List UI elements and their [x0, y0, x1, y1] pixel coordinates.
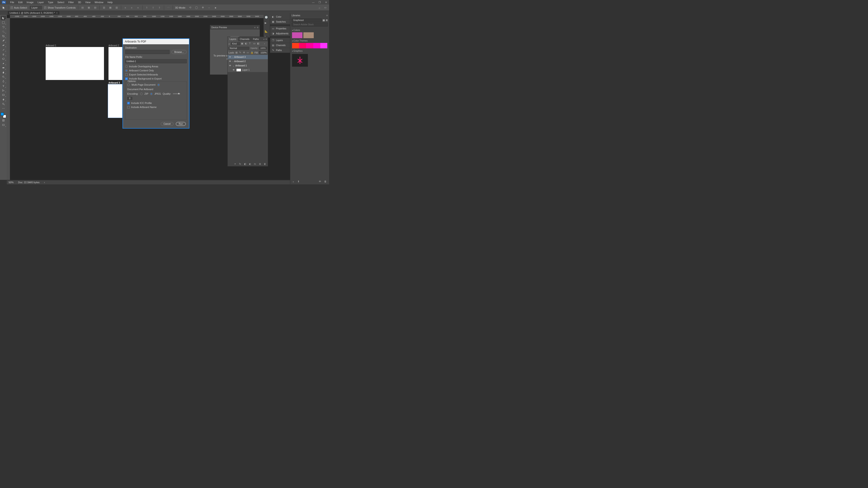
library-search-input[interactable]	[291, 23, 328, 26]
visibility-icon[interactable]: 👁	[228, 56, 232, 58]
menu-3d[interactable]: 3D	[76, 1, 83, 4]
close-document-icon[interactable]: ×	[56, 12, 58, 14]
adjustment-layer-icon[interactable]: ◐	[248, 162, 252, 165]
brushes-panel-icon[interactable]: 📐	[265, 30, 269, 33]
3d-slide-icon[interactable]: ↔	[207, 6, 211, 10]
add-to-library-icon[interactable]: ＋	[292, 180, 295, 183]
status-chevron-icon[interactable]: ›	[44, 181, 45, 184]
panel-menu-icon[interactable]: ≡	[266, 38, 267, 40]
filter-smart-icon[interactable]: ◧	[257, 42, 260, 45]
brush-tool[interactable]	[1, 47, 6, 52]
section-color-themes[interactable]: Color Themes	[290, 38, 329, 43]
close-window-button[interactable]: ✕	[323, 0, 329, 4]
menu-layer[interactable]: Layer	[35, 1, 46, 4]
document-info[interactable]: Doc: 22.5M/0 bytes	[18, 181, 39, 184]
filter-adjust-icon[interactable]: ◐	[245, 42, 248, 45]
visibility-icon[interactable]: 👁	[232, 69, 235, 71]
delete-layer-icon[interactable]: 🗑	[264, 162, 267, 165]
filter-shape-icon[interactable]: ▭	[253, 42, 256, 45]
filter-search-icon[interactable]: ⌕	[228, 42, 230, 45]
artboard-1[interactable]	[46, 47, 104, 80]
marquee-tool[interactable]	[1, 20, 6, 25]
distribute-vcenter-icon[interactable]: ≡	[130, 6, 134, 10]
sync-icon[interactable]: 👁	[319, 180, 322, 183]
collapse-panel-icon[interactable]: »	[254, 26, 255, 29]
type-tool[interactable]: T	[1, 84, 6, 88]
lock-artboard-icon[interactable]: ▭	[247, 51, 250, 54]
gradient-tool[interactable]	[1, 66, 6, 70]
menu-window[interactable]: Window	[92, 1, 105, 4]
align-left-edges-icon[interactable]: ▥	[102, 6, 106, 10]
distribute-top-icon[interactable]: ≡	[123, 6, 127, 10]
edit-toolbar[interactable]: ⋯	[1, 106, 6, 110]
prefix-input[interactable]	[125, 59, 187, 63]
visibility-icon[interactable]: 👁	[228, 60, 232, 63]
quality-slider[interactable]	[173, 93, 180, 94]
align-top-edges-icon[interactable]: ▤	[81, 6, 85, 10]
tab-channels[interactable]: Channels	[238, 37, 251, 41]
browse-button[interactable]: Browse...	[171, 50, 187, 54]
document-tab[interactable]: Untitled-1 @ 50% (Artboard 3, RGB/8#) * …	[8, 11, 59, 15]
run-button[interactable]: Run	[176, 122, 186, 126]
panel-btn-channels[interactable]: ▤Channels	[270, 43, 290, 48]
dialog-titlebar[interactable]: Artboards To PDF	[123, 39, 189, 44]
artboard-1-label[interactable]: Artboard 1	[46, 44, 56, 47]
filter-pixel-icon[interactable]: ▣	[241, 42, 244, 45]
per-artboard-radio[interactable]	[157, 84, 160, 86]
pen-tool[interactable]	[1, 79, 6, 84]
panel-btn-paths[interactable]: ✎Paths	[270, 48, 290, 53]
lasso-tool[interactable]	[1, 25, 6, 29]
fx-icon[interactable]: fx	[239, 162, 242, 165]
lock-brush-icon[interactable]: ✎	[239, 51, 242, 54]
distribute-left-icon[interactable]: ⦀	[145, 6, 149, 10]
lock-transparent-icon[interactable]: ▦	[235, 51, 238, 54]
tab-layers[interactable]: Layers	[228, 37, 238, 41]
search-icon[interactable]: ⌕	[317, 6, 321, 10]
align-right-edges-icon[interactable]: ▥	[115, 6, 119, 10]
group-icon[interactable]: 🗀	[253, 162, 256, 165]
eraser-tool[interactable]	[1, 61, 6, 65]
grid-view-icon[interactable]: ▦	[322, 19, 325, 22]
maximize-button[interactable]: ❐	[316, 0, 323, 4]
layer-layer-1[interactable]: 👁 Layer 1	[228, 68, 268, 72]
quick-mask-icon[interactable]	[1, 118, 6, 123]
menu-select[interactable]: Select	[55, 1, 66, 4]
panel-btn-color[interactable]: ◐Color	[270, 14, 290, 20]
filter-kind-dropdown[interactable]: Kind	[231, 42, 240, 45]
tab-libraries[interactable]: Libraries	[291, 14, 300, 17]
align-bottom-edges-icon[interactable]: ▤	[93, 6, 97, 10]
layer-artboard-1[interactable]: 👁 ⌄ Artboard 1	[228, 64, 268, 68]
menu-filter[interactable]: Filter	[66, 1, 76, 4]
3d-roll-icon[interactable]: ◯	[194, 6, 198, 10]
destination-input[interactable]	[125, 50, 169, 54]
foreground-color-swatch[interactable]	[1, 112, 4, 116]
section-graphics[interactable]: Graphics	[290, 48, 329, 53]
mask-icon[interactable]: ◧	[243, 162, 247, 165]
upload-library-icon[interactable]: ⬆	[298, 180, 301, 183]
include-bg-checkbox[interactable]: Include Background in Export	[125, 77, 187, 80]
menu-file[interactable]: File	[8, 1, 16, 4]
quick-select-tool[interactable]	[1, 29, 6, 34]
library-color-swatch[interactable]	[292, 32, 303, 38]
menu-type[interactable]: Type	[46, 1, 55, 4]
opacity-value[interactable]: 100%	[259, 47, 267, 50]
layer-artboard-2[interactable]: 👁 › Artboard 2	[228, 59, 268, 64]
filter-type-icon[interactable]: T	[249, 42, 252, 45]
device-preview-tab[interactable]: Device Preview	[211, 26, 227, 29]
section-colors[interactable]: Colors	[290, 28, 329, 32]
library-color-theme[interactable]	[290, 43, 329, 48]
hand-tool[interactable]	[1, 97, 6, 101]
overlap-radio[interactable]: Include Overlapping Areas	[125, 65, 187, 68]
twist-icon[interactable]: ⌄	[232, 65, 235, 67]
healing-brush-tool[interactable]	[1, 43, 6, 47]
icc-checkbox[interactable]: Include ICC Profile	[127, 102, 185, 104]
clone-stamp-tool[interactable]	[1, 52, 6, 56]
lock-all-icon[interactable]: 🔒	[250, 51, 254, 54]
zoom-level[interactable]: 50%	[8, 181, 13, 184]
panel-btn-swatches[interactable]: ▦Swatches	[270, 20, 290, 24]
panel-btn-layers[interactable]: ❐Layers	[270, 38, 290, 43]
align-horizontal-centers-icon[interactable]: ▦	[108, 6, 112, 10]
artboard-3-label[interactable]: Artboard 3	[108, 82, 120, 84]
auto-select-target-dropdown[interactable]: Layer	[30, 6, 42, 9]
visibility-icon[interactable]: 👁	[228, 64, 232, 67]
